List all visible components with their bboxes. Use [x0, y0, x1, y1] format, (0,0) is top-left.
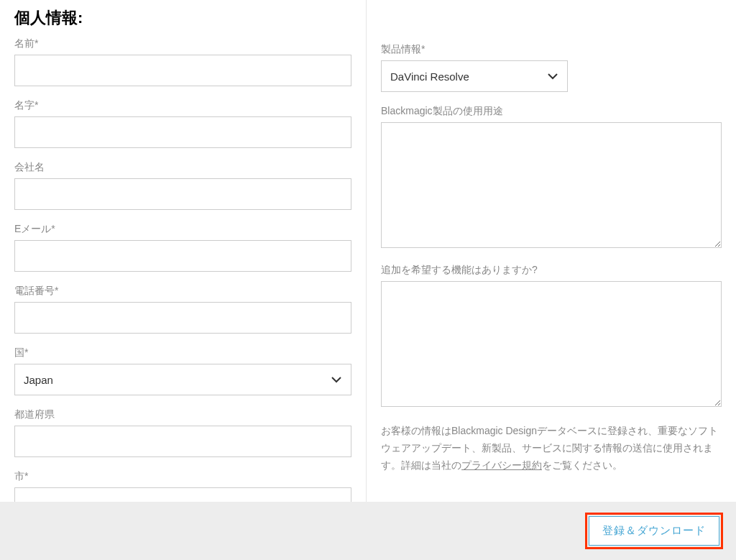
features-textarea[interactable]: [381, 281, 722, 407]
personal-info-column: 個人情報: 名前* 名字* 会社名 Eメール* 電話番号* 国* Japan: [0, 0, 367, 502]
register-download-button[interactable]: 登録＆ダウンロード: [589, 516, 719, 546]
city-label: 市*: [14, 470, 351, 483]
phone-group: 電話番号*: [14, 285, 351, 334]
product-info-label: 製品情報*: [381, 43, 722, 56]
phone-input[interactable]: [14, 302, 351, 334]
company-group: 会社名: [14, 161, 351, 210]
product-info-select[interactable]: DaVinci Resolve: [381, 60, 568, 92]
first-name-label: 名前*: [14, 37, 351, 50]
privacy-policy-link[interactable]: プライバシー規約: [461, 459, 542, 471]
country-label: 国*: [14, 346, 351, 359]
email-label: Eメール*: [14, 223, 351, 236]
email-input[interactable]: [14, 240, 351, 272]
submit-highlight: 登録＆ダウンロード: [585, 513, 723, 549]
privacy-text: お客様の情報はBlackmagic Designデータベースに登録され、重要なソ…: [381, 423, 722, 474]
usage-textarea[interactable]: [381, 122, 722, 248]
first-name-input[interactable]: [14, 55, 351, 86]
country-group: 国* Japan: [14, 346, 351, 395]
section-title: 個人情報:: [14, 7, 351, 29]
phone-label: 電話番号*: [14, 285, 351, 298]
company-label: 会社名: [14, 161, 351, 174]
email-group: Eメール*: [14, 223, 351, 272]
prefecture-input[interactable]: [14, 426, 351, 457]
features-label: 追加を希望する機能はありますか?: [381, 264, 722, 277]
last-name-input[interactable]: [14, 116, 351, 148]
last-name-group: 名字*: [14, 99, 351, 148]
privacy-suffix: をご覧ください。: [542, 459, 622, 471]
usage-label: Blackmagic製品の使用用途: [381, 105, 722, 118]
footer-bar: 登録＆ダウンロード: [0, 502, 736, 560]
last-name-label: 名字*: [14, 99, 351, 112]
prefecture-label: 都道府県: [14, 408, 351, 421]
country-select[interactable]: Japan: [14, 364, 351, 395]
features-group: 追加を希望する機能はありますか?: [381, 264, 722, 410]
company-input[interactable]: [14, 178, 351, 210]
product-info-group: 製品情報* DaVinci Resolve: [381, 43, 722, 92]
usage-group: Blackmagic製品の使用用途: [381, 105, 722, 251]
prefecture-group: 都道府県: [14, 408, 351, 457]
product-info-column: 製品情報* DaVinci Resolve Blackmagic製品の使用用途 …: [367, 0, 736, 502]
first-name-group: 名前*: [14, 37, 351, 86]
